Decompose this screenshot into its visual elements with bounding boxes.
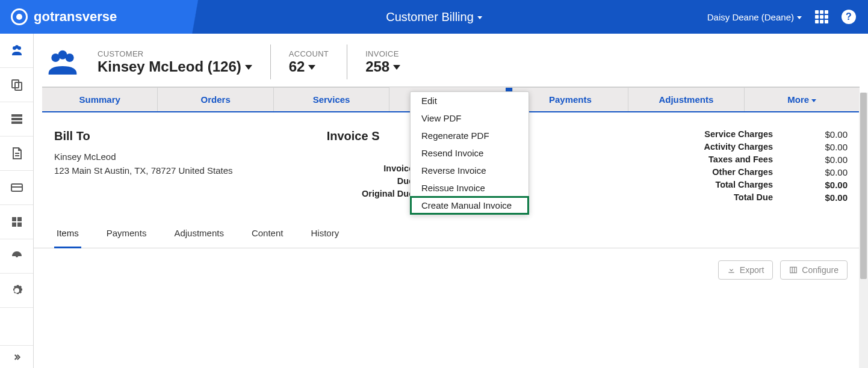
top-nav-dropdown[interactable]: Customer Billing [386,10,482,24]
subtab-history[interactable]: History [308,219,341,248]
divider [270,44,271,79]
customers-icon [46,45,79,79]
download-icon [727,266,736,274]
scrollbar-thumb[interactable] [860,93,867,279]
sidebar-item-copy[interactable] [0,68,33,102]
account-selector[interactable]: ACCOUNT 62 [289,49,329,75]
brand[interactable]: gotransverse [0,8,117,25]
svg-rect-6 [11,118,22,120]
subtab-payments[interactable]: Payments [104,219,149,248]
brand-text: gotransverse [34,9,117,25]
chevron-down-icon [796,12,802,22]
main-area: CUSTOMER Kinsey McLeod (126) ACCOUNT 62 … [34,34,868,368]
chevron-down-icon [476,10,482,24]
other-charges-value: $0.00 [793,167,848,177]
menu-reissue-invoice[interactable]: Reissue Invoice [411,179,529,197]
columns-icon [789,266,798,274]
top-bar: gotransverse Customer Billing Daisy Dean… [0,0,868,34]
chevron-down-icon [305,58,315,75]
menu-regenerate-pdf[interactable]: Regenerate PDF [411,127,529,144]
tab-summary[interactable]: Summary [42,87,158,111]
sidebar [0,34,34,368]
total-due-value: $0.00 [793,192,848,203]
total-charges-label: Total Charges [691,180,793,190]
svg-rect-5 [11,114,22,117]
taxes-label: Taxes and Fees [691,155,793,165]
sidebar-item-grid[interactable] [0,205,33,239]
service-charges-value: $0.00 [793,129,848,140]
subtab-adjustments[interactable]: Adjustments [172,219,226,248]
svg-point-2 [15,45,19,49]
brand-logo-icon [11,8,28,25]
bill-to-section: Bill To Kinsey McLeod 123 Main St Austin… [54,129,303,203]
sidebar-item-customers[interactable] [0,34,33,68]
tab-payments[interactable]: Payments [513,87,628,111]
invoice-subtabs: Items Payments Adjustments Content Histo… [34,219,868,248]
charges-section: Service Charges $0.00 Activity Charges $… [599,129,848,203]
tab-more[interactable]: More [745,87,860,111]
subtab-items[interactable]: Items [54,219,81,248]
svg-rect-14 [12,222,16,227]
service-charges-label: Service Charges [691,129,793,140]
table-toolbar: Export Configure [34,248,868,292]
configure-label: Configure [802,265,839,275]
customer-label: CUSTOMER [98,49,252,58]
apps-grid-icon[interactable] [815,10,828,23]
configure-button[interactable]: Configure [780,260,848,280]
chevron-down-icon [389,58,400,75]
sidebar-item-dashboard[interactable] [0,239,33,274]
total-due-label: Total Due [691,192,793,203]
bill-to-title: Bill To [54,129,303,143]
chevron-down-icon [241,58,252,75]
breadcrumb-header: CUSTOMER Kinsey McLeod (126) ACCOUNT 62 … [34,34,868,87]
bill-to-name: Kinsey McLeod [54,152,303,162]
svg-rect-7 [11,121,22,124]
export-button[interactable]: Export [718,260,773,280]
tab-adjustments[interactable]: Adjustments [628,87,744,111]
user-menu[interactable]: Daisy Deane (Deane) [707,12,802,22]
sidebar-item-settings[interactable] [0,274,33,308]
chevron-down-icon [809,94,816,105]
invoice-value: 258 [365,58,389,75]
top-right: Daisy Deane (Deane) ? [707,10,868,24]
invoice-actions-menu: Edit View PDF Regenerate PDF Resend Invo… [410,91,529,215]
total-charges-value: $0.00 [793,180,848,190]
activity-charges-label: Activity Charges [691,142,793,152]
activity-charges-value: $0.00 [793,142,848,152]
export-label: Export [740,265,764,275]
tab-services[interactable]: Services [274,87,389,111]
scrollbar[interactable] [859,93,868,368]
menu-edit[interactable]: Edit [411,92,529,109]
menu-create-manual-invoice[interactable]: Create Manual Invoice [411,197,529,214]
customer-value: Kinsey McLeod (126) [98,58,241,75]
user-name: Daisy Deane (Deane) [707,12,794,22]
svg-rect-15 [17,222,22,227]
menu-reverse-invoice[interactable]: Reverse Invoice [411,162,529,179]
menu-resend-invoice[interactable]: Resend Invoice [411,144,529,162]
sidebar-item-card[interactable] [0,171,33,205]
menu-view-pdf[interactable]: View PDF [411,109,529,127]
svg-rect-13 [17,217,22,221]
top-nav-label: Customer Billing [386,10,474,24]
sidebar-collapse[interactable] [0,345,33,368]
svg-point-20 [58,51,67,60]
divider [347,44,347,79]
other-charges-label: Other Charges [691,167,793,177]
help-icon[interactable]: ? [842,10,856,24]
account-label: ACCOUNT [289,49,329,58]
customer-selector[interactable]: CUSTOMER Kinsey McLeod (126) [98,49,252,75]
bill-to-address: 123 Main St Austin, TX, 78727 United Sta… [54,165,303,176]
sidebar-item-stack[interactable] [0,102,33,136]
subtab-content[interactable]: Content [249,219,286,248]
tab-orders[interactable]: Orders [158,87,273,111]
taxes-value: $0.00 [793,155,848,165]
invoice-label: INVOICE [365,49,400,58]
account-value: 62 [289,58,305,75]
tab-more-label: More [787,94,809,105]
sidebar-item-document[interactable] [0,136,33,171]
svg-rect-21 [790,267,797,272]
svg-rect-12 [12,217,16,221]
invoice-selector[interactable]: INVOICE 258 [365,49,400,75]
